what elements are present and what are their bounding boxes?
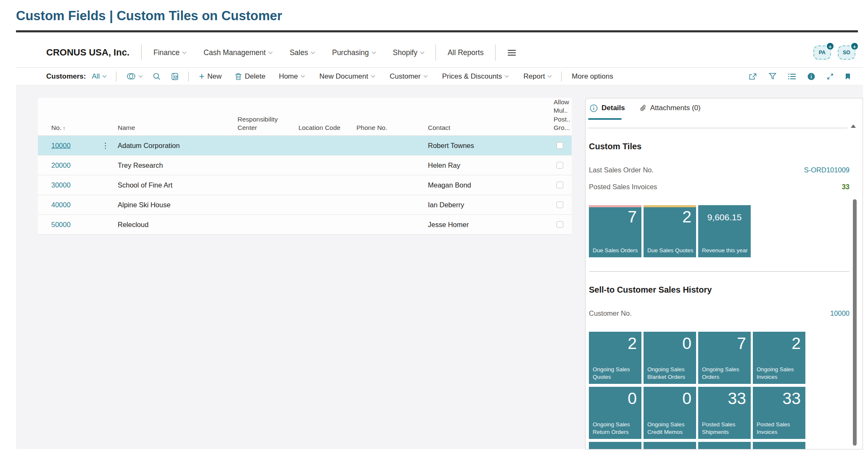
tile-ongoing-sales-invoices[interactable]: 2Ongoing Sales Invoices xyxy=(753,332,805,384)
tile-value: 0 xyxy=(628,389,637,408)
menu-report[interactable]: Report xyxy=(523,72,551,81)
allow-checkbox[interactable] xyxy=(557,221,563,228)
menu-customer[interactable]: Customer xyxy=(390,72,427,81)
tile-ongoing-sales-credit-memos[interactable]: 0Ongoing Sales Credit Memos xyxy=(644,387,696,439)
tile-cutoff[interactable] xyxy=(698,442,751,449)
row-no-link[interactable]: 40000 xyxy=(51,201,71,209)
search-icon[interactable] xyxy=(153,73,161,80)
delete-button[interactable]: Delete xyxy=(235,72,265,81)
table-row[interactable]: 20000Trey ResearchHelen Ray xyxy=(38,156,572,175)
menu-label: New Document xyxy=(319,72,368,81)
nav-label: All Reports xyxy=(448,48,484,57)
menu-new-document[interactable]: New Document xyxy=(319,72,375,81)
scrollbar-thumb[interactable] xyxy=(853,199,857,446)
tile-status-stripe xyxy=(644,205,696,207)
plus-icon[interactable]: + xyxy=(850,42,859,50)
info-icon[interactable] xyxy=(807,73,815,80)
plus-icon[interactable]: + xyxy=(826,42,834,50)
column-name[interactable]: Name xyxy=(118,124,135,132)
field-value[interactable]: S-ORD101009 xyxy=(804,166,850,174)
table-row[interactable]: 40000Alpine Ski HouseIan Deberry xyxy=(38,195,572,215)
tab-details[interactable]: Details xyxy=(590,104,625,112)
view-filter-dropdown[interactable]: All xyxy=(92,72,106,81)
allow-checkbox[interactable] xyxy=(557,162,563,169)
app-header: CRONUS USA, Inc. FinanceCash ManagementS… xyxy=(16,38,863,67)
row-name: Adatum Corporation xyxy=(118,142,180,150)
column-contact[interactable]: Contact xyxy=(428,124,450,132)
nav-finance[interactable]: Finance xyxy=(153,48,186,57)
tile-due-sales-quotes[interactable]: 2Due Sales Quotes xyxy=(644,205,696,257)
row-no-link[interactable]: 20000 xyxy=(51,161,71,169)
scroll-up-icon[interactable] xyxy=(851,124,856,128)
field-value[interactable]: 10000 xyxy=(830,309,850,317)
page-refresh-icon[interactable] xyxy=(171,73,178,80)
row-contact: Meagan Bond xyxy=(428,181,471,189)
expand-icon[interactable] xyxy=(827,73,834,80)
content-frame: Customers: All xyxy=(16,67,863,449)
tile-value: 2 xyxy=(628,334,637,353)
row-name: School of Fine Art xyxy=(118,181,172,189)
tile-ongoing-sales-quotes[interactable]: 2Ongoing Sales Quotes xyxy=(589,332,641,384)
row-menu-icon[interactable]: ⋮ xyxy=(102,141,109,150)
more-options-button[interactable]: More options xyxy=(572,72,613,81)
table-row[interactable]: 30000School of Fine ArtMeagan Bond xyxy=(38,175,572,195)
tile-value: 7 xyxy=(628,208,637,226)
row-no-link[interactable]: 10000 xyxy=(51,142,71,150)
views-icon[interactable] xyxy=(127,73,142,80)
tile-posted-sales-shipments[interactable]: 33Posted Sales Shipments xyxy=(698,387,751,439)
list-caption: Customers: xyxy=(46,72,86,81)
filter-icon[interactable] xyxy=(769,73,776,80)
plus-icon: + xyxy=(199,72,204,81)
list-details-icon[interactable] xyxy=(788,74,796,79)
menu-prices-discounts[interactable]: Prices & Discounts xyxy=(442,72,509,81)
column-location-code[interactable]: Location Code xyxy=(298,124,340,132)
toolbar-menus: HomeNew DocumentCustomerPrices & Discoun… xyxy=(279,72,551,81)
column-label: Post.. xyxy=(554,115,570,124)
nav-label: Shopify xyxy=(393,48,417,57)
table-row[interactable]: 10000⋮Adatum CorporationRobert Townes xyxy=(38,136,572,156)
table-row[interactable]: 50000RelecloudJesse Homer xyxy=(38,215,572,235)
tile-label: Ongoing Sales Invoices xyxy=(757,366,804,380)
nav-all-reports[interactable]: All Reports xyxy=(448,48,484,57)
allow-checkbox[interactable] xyxy=(557,182,563,188)
tile-due-sales-orders[interactable]: 7Due Sales Orders xyxy=(589,205,641,257)
column-phone-no[interactable]: Phone No. xyxy=(356,124,387,132)
tile-ongoing-sales-return-orders[interactable]: 0Ongoing Sales Return Orders xyxy=(589,387,641,439)
top-nav: FinanceCash ManagementSalesPurchasingSho… xyxy=(153,48,424,57)
tile-cutoff[interactable] xyxy=(753,442,805,449)
nav-sales[interactable]: Sales xyxy=(290,48,314,57)
row-name: Trey Research xyxy=(118,161,163,169)
tile-cutoff[interactable] xyxy=(644,442,696,449)
tile-grid: 2Ongoing Sales Quotes0Ongoing Sales Blan… xyxy=(589,332,810,449)
record-actions: + New Delete HomeNew DocumentCustomerPri… xyxy=(199,72,551,81)
menu-icon[interactable] xyxy=(507,50,516,56)
allow-checkbox[interactable] xyxy=(557,201,563,208)
row-no-link[interactable]: 50000 xyxy=(51,221,71,229)
new-button[interactable]: + New xyxy=(199,72,222,81)
column-responsibility-center[interactable]: Responsibility Center xyxy=(237,115,278,132)
field-last-sales-order-no: Last Sales Order No.S-ORD101009 xyxy=(589,161,850,178)
column-allow-multiple-posting-groups[interactable]: Allow Mul.. Post.. Gro... xyxy=(554,98,570,132)
nav-cash-management[interactable]: Cash Management xyxy=(203,48,272,57)
nav-purchasing[interactable]: Purchasing xyxy=(332,48,375,57)
nav-shopify[interactable]: Shopify xyxy=(393,48,424,57)
tab-attachments[interactable]: Attachments (0) xyxy=(640,104,701,112)
tile-ongoing-sales-blanket-orders[interactable]: 0Ongoing Sales Blanket Orders xyxy=(644,332,696,384)
tile-value: 33 xyxy=(728,389,746,408)
factbox-sections: Custom TilesLast Sales Order No.S-ORD101… xyxy=(589,128,850,449)
tile-cutoff[interactable] xyxy=(589,442,641,449)
user-badge-so[interactable]: SO+ xyxy=(838,45,855,60)
tile-ongoing-sales-orders[interactable]: 7Ongoing Sales Orders xyxy=(698,332,751,384)
tile-revenue-this-year[interactable]: 9,606.15Revenue this year xyxy=(698,205,751,257)
column-no[interactable]: No.↑ xyxy=(51,124,66,132)
row-no-link[interactable]: 30000 xyxy=(51,181,71,189)
allow-checkbox[interactable] xyxy=(557,142,563,149)
bookmark-icon[interactable] xyxy=(845,73,850,80)
menu-home[interactable]: Home xyxy=(279,72,304,81)
user-badge-pa[interactable]: PA+ xyxy=(813,45,831,60)
company-name[interactable]: CRONUS USA, Inc. xyxy=(46,47,129,58)
share-icon[interactable] xyxy=(749,73,757,80)
column-label: Center xyxy=(237,124,278,132)
row-name: Relecloud xyxy=(118,221,148,229)
tile-posted-sales-invoices[interactable]: 33Posted Sales Invoices xyxy=(753,387,805,439)
